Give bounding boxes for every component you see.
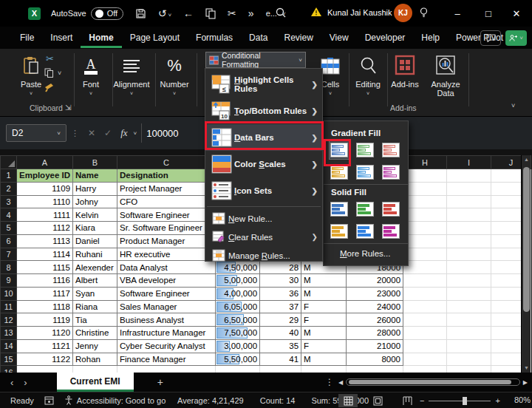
empty-cell[interactable] <box>447 339 491 353</box>
row-header-15[interactable]: 15 <box>1 353 17 366</box>
vertical-scroll-thumb[interactable] <box>523 167 530 312</box>
accessibility-icon[interactable] <box>64 395 73 405</box>
ribbon-tab-page-layout[interactable]: Page Layout <box>122 28 188 48</box>
row-header-8[interactable]: 8 <box>1 261 17 274</box>
vertical-scrollbar[interactable]: ▲ ▼ <box>521 155 531 373</box>
empty-cell[interactable] <box>403 169 447 183</box>
comments-button[interactable] <box>480 30 501 46</box>
value-cell[interactable]: 26000 <box>347 313 403 327</box>
gender-cell[interactable]: M <box>301 327 347 340</box>
employee-id-cell[interactable]: 1117 <box>17 287 73 300</box>
sheet-tab-current-emi[interactable]: Current EMI <box>57 373 134 392</box>
excel-logo-icon[interactable]: X <box>28 7 41 20</box>
name-cell[interactable]: Jenny <box>73 339 117 353</box>
ribbon-tab-file[interactable]: File <box>12 28 42 48</box>
empty-cell[interactable] <box>403 208 447 222</box>
tab-options-icon[interactable]: ⋮ <box>325 377 334 387</box>
ribbon-tab-data[interactable]: Data <box>241 28 276 48</box>
avatar[interactable]: KJ <box>394 4 412 22</box>
empty-cell[interactable] <box>447 234 491 248</box>
empty-cell[interactable] <box>347 366 403 373</box>
designation-cell[interactable]: Project Manager <box>117 182 216 195</box>
name-cell[interactable]: Syan <box>73 287 117 300</box>
age-cell[interactable]: 35 <box>260 339 301 353</box>
new-sheet-button[interactable]: + <box>157 376 163 388</box>
scroll-right-icon[interactable]: ▶ <box>523 379 528 386</box>
salary-cell[interactable]: 7,50,000 <box>216 327 260 340</box>
row-header-16[interactable]: 16 <box>1 366 17 373</box>
share-button[interactable]: ˅ <box>505 30 527 46</box>
salary-cell[interactable]: 5,00,000 <box>216 274 260 288</box>
save-button[interactable] <box>135 8 146 19</box>
empty-cell[interactable] <box>447 327 491 340</box>
empty-cell[interactable] <box>403 313 447 327</box>
scroll-down-icon[interactable]: ▼ <box>522 364 531 373</box>
gradient-fill-swatch-6[interactable] <box>381 163 400 181</box>
zoom-level[interactable]: 80% <box>514 395 531 404</box>
font-group-button[interactable]: A Font ˅ <box>75 53 106 96</box>
salary-cell[interactable]: 3,00,000 <box>216 339 260 353</box>
alignment-group-button[interactable]: Alignment ˅ <box>111 53 152 96</box>
cut-icon[interactable]: ✂ <box>46 53 54 64</box>
empty-cell[interactable] <box>216 366 260 373</box>
name-box-resizer[interactable]: ⋮ <box>71 129 79 138</box>
menu-item-manage-rules[interactable]: Manage Rules... <box>205 246 322 265</box>
age-cell[interactable]: 41 <box>260 353 301 366</box>
name-cell[interactable]: Johny <box>73 195 117 208</box>
salary-cell[interactable]: 6,05,000 <box>216 300 260 313</box>
designation-cell[interactable]: Software Engineer <box>117 287 216 300</box>
employee-id-cell[interactable]: 1111 <box>17 208 73 222</box>
undo-button[interactable]: ↺˅ <box>158 7 171 19</box>
column-header-h[interactable]: H <box>403 156 447 169</box>
table-header-cell[interactable]: Designation <box>117 169 216 183</box>
salary-cell[interactable]: 5,50,000 <box>216 353 260 366</box>
ribbon-tab-developer[interactable]: Developer <box>357 28 414 48</box>
employee-id-cell[interactable]: 1113 <box>17 234 73 248</box>
autosave-toggle[interactable]: Off <box>91 7 123 20</box>
empty-cell[interactable] <box>403 327 447 340</box>
designation-cell[interactable]: Infrastructure Manager <box>117 327 216 340</box>
status-count[interactable]: Count: 14 <box>260 396 296 405</box>
designation-cell[interactable]: VBA developer <box>117 274 216 288</box>
empty-cell[interactable] <box>447 208 491 222</box>
close-button[interactable]: ✕ <box>501 0 532 27</box>
solid-fill-swatch-3[interactable] <box>381 200 400 218</box>
row-header-9[interactable]: 9 <box>1 274 17 288</box>
copy-icon[interactable] <box>44 68 54 78</box>
name-cell[interactable]: Riana <box>73 300 117 313</box>
value-cell[interactable]: 8000 <box>347 353 403 366</box>
empty-cell[interactable] <box>447 353 491 366</box>
gradient-fill-swatch-5[interactable] <box>355 163 375 181</box>
maximize-button[interactable]: □ <box>473 0 504 27</box>
editing-group-button[interactable]: Editing ˅ <box>352 53 384 96</box>
user-name[interactable]: Kunal Jai Kaushik <box>327 8 392 17</box>
zoom-in-button[interactable]: + <box>495 396 499 405</box>
employee-id-cell[interactable]: 1119 <box>17 313 73 327</box>
gradient-fill-swatch-4[interactable] <box>330 163 349 181</box>
row-header-4[interactable]: 4 <box>1 208 17 222</box>
empty-cell[interactable] <box>447 182 491 195</box>
more-commands-button[interactable]: » <box>248 7 254 19</box>
solid-fill-swatch-1[interactable] <box>330 200 349 218</box>
formula-input[interactable]: 100000 <box>146 128 178 139</box>
empty-cell[interactable] <box>447 248 491 261</box>
collapse-ribbon-icon[interactable]: ˅ <box>511 102 515 109</box>
empty-cell[interactable] <box>301 366 347 373</box>
empty-cell[interactable] <box>403 339 447 353</box>
search-icon[interactable] <box>275 7 287 18</box>
copy-chevron-icon[interactable]: ˅ <box>58 69 61 77</box>
ribbon-tab-insert[interactable]: Insert <box>42 28 81 48</box>
employee-id-cell[interactable]: 1112 <box>17 222 73 235</box>
column-header-c[interactable]: C <box>117 156 216 169</box>
name-cell[interactable]: Daniel <box>73 234 117 248</box>
gender-cell[interactable]: F <box>301 313 347 327</box>
zoom-slider[interactable] <box>429 401 491 401</box>
empty-cell[interactable] <box>403 353 447 366</box>
macro-record-icon[interactable] <box>44 395 54 405</box>
lightbulb-icon[interactable] <box>418 7 429 18</box>
row-header-5[interactable]: 5 <box>1 222 17 235</box>
empty-cell[interactable] <box>447 195 491 208</box>
row-header-6[interactable]: 6 <box>1 234 17 248</box>
paste-button[interactable]: Paste ˅ <box>16 53 46 96</box>
employee-id-cell[interactable]: 1121 <box>17 339 73 353</box>
